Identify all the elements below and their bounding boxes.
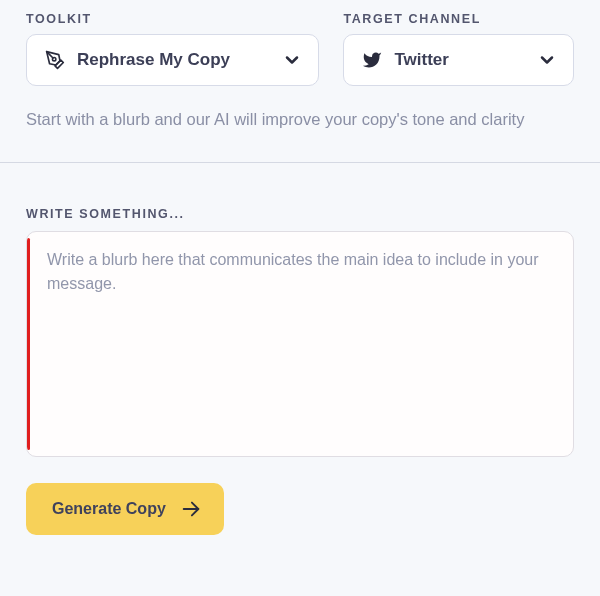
chevron-down-icon (537, 50, 557, 70)
write-label: WRITE SOMETHING... (26, 207, 574, 221)
toolkit-description: Start with a blurb and our AI will impro… (26, 108, 574, 132)
chevron-down-icon (282, 50, 302, 70)
divider (0, 162, 600, 163)
pen-icon (45, 50, 65, 70)
arrow-right-icon (180, 498, 202, 520)
target-channel-selected-text: Twitter (394, 50, 448, 70)
svg-point-0 (53, 58, 56, 61)
textarea-focus-accent (27, 238, 30, 450)
write-textarea[interactable] (27, 232, 573, 456)
twitter-icon (362, 50, 382, 70)
toolkit-label: TOOLKIT (26, 12, 319, 26)
target-channel-label: TARGET CHANNEL (343, 12, 574, 26)
write-textarea-container (26, 231, 574, 457)
target-channel-field: TARGET CHANNEL Twitter (343, 12, 574, 86)
toolkit-selected-text: Rephrase My Copy (77, 50, 230, 70)
generate-copy-label: Generate Copy (52, 500, 166, 518)
toolkit-field: TOOLKIT Rephrase My Copy (26, 12, 319, 86)
generate-copy-button[interactable]: Generate Copy (26, 483, 224, 535)
target-channel-select[interactable]: Twitter (343, 34, 574, 86)
toolkit-select[interactable]: Rephrase My Copy (26, 34, 319, 86)
